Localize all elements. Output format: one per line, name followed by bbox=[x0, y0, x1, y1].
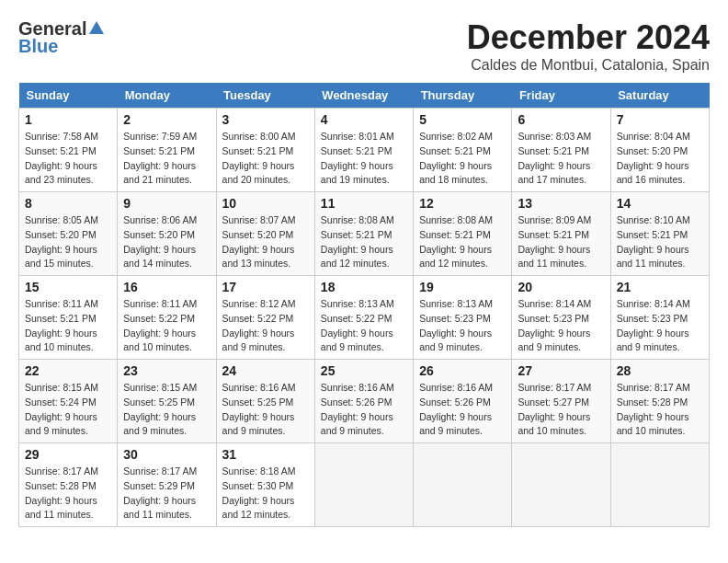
svg-marker-0 bbox=[89, 21, 104, 34]
month-year-title: December 2024 bbox=[467, 18, 710, 57]
day-number: 31 bbox=[222, 447, 309, 462]
day-info: Sunrise: 8:17 AM Sunset: 5:28 PM Dayligh… bbox=[25, 465, 98, 520]
day-info: Sunrise: 8:07 AM Sunset: 5:20 PM Dayligh… bbox=[222, 214, 296, 269]
calendar-day-14: 14 Sunrise: 8:10 AM Sunset: 5:21 PM Dayl… bbox=[610, 192, 709, 276]
day-info: Sunrise: 8:14 AM Sunset: 5:23 PM Dayligh… bbox=[518, 298, 591, 352]
day-info: Sunrise: 8:06 AM Sunset: 5:20 PM Dayligh… bbox=[123, 214, 197, 269]
day-number: 5 bbox=[419, 112, 506, 127]
day-number: 24 bbox=[222, 363, 309, 378]
day-number: 18 bbox=[321, 280, 407, 294]
page-header: General Blue December 2024 Caldes de Mon… bbox=[18, 18, 710, 74]
day-number: 27 bbox=[518, 363, 604, 378]
calendar-day-9: 9 Sunrise: 8:06 AM Sunset: 5:20 PM Dayli… bbox=[118, 192, 216, 276]
calendar-day-29: 29 Sunrise: 8:17 AM Sunset: 5:28 PM Dayl… bbox=[19, 443, 118, 527]
empty-cell bbox=[512, 443, 610, 527]
day-number: 3 bbox=[222, 112, 309, 127]
day-number: 22 bbox=[25, 363, 111, 378]
day-number: 15 bbox=[25, 280, 111, 294]
day-info: Sunrise: 8:18 AM Sunset: 5:30 PM Dayligh… bbox=[222, 465, 296, 520]
logo: General Blue bbox=[18, 18, 105, 57]
day-number: 28 bbox=[617, 363, 703, 378]
logo-blue-text: Blue bbox=[18, 36, 58, 57]
day-number: 29 bbox=[25, 447, 111, 462]
day-info: Sunrise: 8:16 AM Sunset: 5:25 PM Dayligh… bbox=[222, 382, 296, 436]
day-info: Sunrise: 8:11 AM Sunset: 5:21 PM Dayligh… bbox=[25, 298, 98, 352]
day-number: 25 bbox=[321, 363, 407, 378]
day-info: Sunrise: 8:17 AM Sunset: 5:27 PM Dayligh… bbox=[518, 382, 591, 436]
day-info: Sunrise: 7:59 AM Sunset: 5:21 PM Dayligh… bbox=[123, 131, 197, 185]
day-number: 6 bbox=[518, 112, 604, 127]
calendar-day-23: 23 Sunrise: 8:15 AM Sunset: 5:25 PM Dayl… bbox=[118, 360, 216, 443]
calendar-day-18: 18 Sunrise: 8:13 AM Sunset: 5:22 PM Dayl… bbox=[314, 276, 413, 360]
day-info: Sunrise: 8:14 AM Sunset: 5:23 PM Dayligh… bbox=[617, 298, 690, 352]
calendar-day-11: 11 Sunrise: 8:08 AM Sunset: 5:21 PM Dayl… bbox=[314, 192, 413, 276]
calendar-week-4: 22 Sunrise: 8:15 AM Sunset: 5:24 PM Dayl… bbox=[19, 360, 710, 443]
calendar-day-28: 28 Sunrise: 8:17 AM Sunset: 5:28 PM Dayl… bbox=[610, 360, 709, 443]
calendar-day-22: 22 Sunrise: 8:15 AM Sunset: 5:24 PM Dayl… bbox=[19, 360, 118, 443]
weekday-header-tuesday: Tuesday bbox=[216, 83, 314, 109]
calendar-day-17: 17 Sunrise: 8:12 AM Sunset: 5:22 PM Dayl… bbox=[216, 276, 314, 360]
day-number: 8 bbox=[25, 196, 111, 211]
day-number: 19 bbox=[419, 280, 506, 294]
day-info: Sunrise: 8:00 AM Sunset: 5:21 PM Dayligh… bbox=[222, 131, 296, 185]
calendar-day-25: 25 Sunrise: 8:16 AM Sunset: 5:26 PM Dayl… bbox=[314, 360, 413, 443]
calendar-day-19: 19 Sunrise: 8:13 AM Sunset: 5:23 PM Dayl… bbox=[414, 276, 512, 360]
day-info: Sunrise: 8:05 AM Sunset: 5:20 PM Dayligh… bbox=[25, 214, 98, 269]
day-info: Sunrise: 8:08 AM Sunset: 5:21 PM Dayligh… bbox=[419, 214, 493, 269]
day-info: Sunrise: 8:10 AM Sunset: 5:21 PM Dayligh… bbox=[617, 214, 690, 269]
calendar-day-16: 16 Sunrise: 8:11 AM Sunset: 5:22 PM Dayl… bbox=[118, 276, 216, 360]
weekday-header-thursday: Thursday bbox=[414, 83, 512, 109]
calendar-day-8: 8 Sunrise: 8:05 AM Sunset: 5:20 PM Dayli… bbox=[19, 192, 118, 276]
day-info: Sunrise: 8:04 AM Sunset: 5:20 PM Dayligh… bbox=[617, 131, 690, 185]
calendar-day-24: 24 Sunrise: 8:16 AM Sunset: 5:25 PM Dayl… bbox=[216, 360, 314, 443]
day-number: 17 bbox=[222, 280, 309, 294]
weekday-header-wednesday: Wednesday bbox=[314, 83, 413, 109]
day-info: Sunrise: 8:08 AM Sunset: 5:21 PM Dayligh… bbox=[321, 214, 394, 269]
calendar-week-2: 8 Sunrise: 8:05 AM Sunset: 5:20 PM Dayli… bbox=[19, 192, 710, 276]
weekday-header-friday: Friday bbox=[512, 83, 610, 109]
day-number: 12 bbox=[419, 196, 506, 211]
day-info: Sunrise: 8:09 AM Sunset: 5:21 PM Dayligh… bbox=[518, 214, 591, 269]
day-number: 10 bbox=[222, 196, 309, 211]
calendar-week-5: 29 Sunrise: 8:17 AM Sunset: 5:28 PM Dayl… bbox=[19, 443, 710, 527]
weekday-header-monday: Monday bbox=[118, 83, 216, 109]
calendar-day-20: 20 Sunrise: 8:14 AM Sunset: 5:23 PM Dayl… bbox=[512, 276, 610, 360]
day-number: 7 bbox=[617, 112, 703, 127]
day-number: 20 bbox=[518, 280, 604, 294]
calendar-day-21: 21 Sunrise: 8:14 AM Sunset: 5:23 PM Dayl… bbox=[610, 276, 709, 360]
location-subtitle: Caldes de Montbui, Catalonia, Spain bbox=[467, 57, 710, 74]
day-info: Sunrise: 8:16 AM Sunset: 5:26 PM Dayligh… bbox=[419, 382, 493, 436]
weekday-header-saturday: Saturday bbox=[610, 83, 709, 109]
calendar-day-12: 12 Sunrise: 8:08 AM Sunset: 5:21 PM Dayl… bbox=[414, 192, 512, 276]
logo-triangle-icon bbox=[88, 19, 105, 40]
day-info: Sunrise: 8:03 AM Sunset: 5:21 PM Dayligh… bbox=[518, 131, 591, 185]
calendar-day-7: 7 Sunrise: 8:04 AM Sunset: 5:20 PM Dayli… bbox=[610, 109, 709, 192]
day-info: Sunrise: 8:01 AM Sunset: 5:21 PM Dayligh… bbox=[321, 131, 394, 185]
day-info: Sunrise: 8:13 AM Sunset: 5:23 PM Dayligh… bbox=[419, 298, 493, 352]
day-info: Sunrise: 8:15 AM Sunset: 5:24 PM Dayligh… bbox=[25, 382, 98, 436]
calendar-day-1: 1 Sunrise: 7:58 AM Sunset: 5:21 PM Dayli… bbox=[19, 109, 118, 192]
calendar-day-26: 26 Sunrise: 8:16 AM Sunset: 5:26 PM Dayl… bbox=[414, 360, 512, 443]
empty-cell bbox=[414, 443, 512, 527]
calendar-day-10: 10 Sunrise: 8:07 AM Sunset: 5:20 PM Dayl… bbox=[216, 192, 314, 276]
day-info: Sunrise: 8:16 AM Sunset: 5:26 PM Dayligh… bbox=[321, 382, 394, 436]
day-info: Sunrise: 8:02 AM Sunset: 5:21 PM Dayligh… bbox=[419, 131, 493, 185]
calendar-week-3: 15 Sunrise: 8:11 AM Sunset: 5:21 PM Dayl… bbox=[19, 276, 710, 360]
calendar-day-30: 30 Sunrise: 8:17 AM Sunset: 5:29 PM Dayl… bbox=[118, 443, 216, 527]
calendar-day-2: 2 Sunrise: 7:59 AM Sunset: 5:21 PM Dayli… bbox=[118, 109, 216, 192]
day-number: 14 bbox=[617, 196, 703, 211]
weekday-header-row: SundayMondayTuesdayWednesdayThursdayFrid… bbox=[19, 83, 710, 109]
calendar-day-4: 4 Sunrise: 8:01 AM Sunset: 5:21 PM Dayli… bbox=[314, 109, 413, 192]
calendar-week-1: 1 Sunrise: 7:58 AM Sunset: 5:21 PM Dayli… bbox=[19, 109, 710, 192]
day-info: Sunrise: 8:13 AM Sunset: 5:22 PM Dayligh… bbox=[321, 298, 394, 352]
day-number: 30 bbox=[123, 447, 210, 462]
day-number: 13 bbox=[518, 196, 604, 211]
day-info: Sunrise: 8:15 AM Sunset: 5:25 PM Dayligh… bbox=[123, 382, 197, 436]
day-number: 26 bbox=[419, 363, 506, 378]
day-info: Sunrise: 8:17 AM Sunset: 5:29 PM Dayligh… bbox=[123, 465, 197, 520]
weekday-header-sunday: Sunday bbox=[19, 83, 118, 109]
day-number: 11 bbox=[321, 196, 407, 211]
calendar-day-13: 13 Sunrise: 8:09 AM Sunset: 5:21 PM Dayl… bbox=[512, 192, 610, 276]
day-number: 21 bbox=[617, 280, 703, 294]
day-number: 9 bbox=[123, 196, 210, 211]
